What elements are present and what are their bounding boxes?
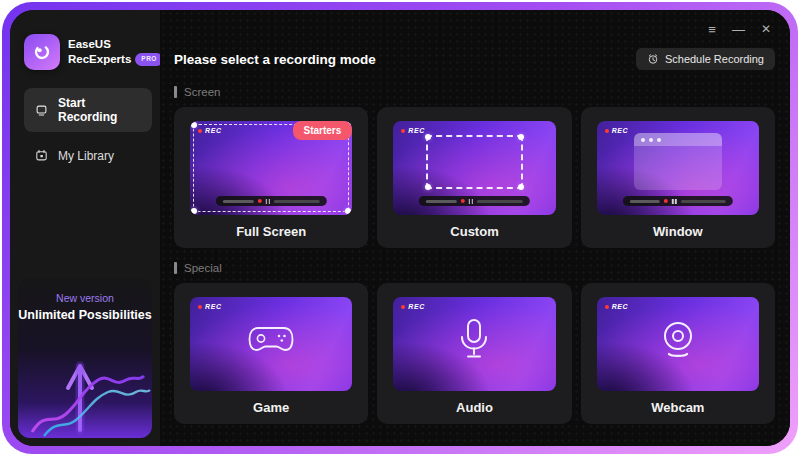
game-thumbnail: REC xyxy=(190,297,352,391)
webcam-icon xyxy=(656,317,700,365)
rec-indicator: REC xyxy=(401,127,425,134)
section-special: Special xyxy=(174,262,775,274)
selection-handle xyxy=(191,122,197,128)
rec-indicator: REC xyxy=(198,127,222,134)
close-icon[interactable]: ✕ xyxy=(761,23,771,35)
starters-badge: Starters xyxy=(293,121,353,140)
rec-dot-icon xyxy=(401,305,405,309)
card-label: Window xyxy=(597,224,759,239)
promo-card[interactable]: New version Unlimited Possibilities xyxy=(18,278,152,438)
custom-thumbnail: REC xyxy=(393,121,555,215)
selection-handle xyxy=(345,208,351,214)
promo-title: Unlimited Possibilities xyxy=(18,308,152,322)
brand: EaseUS RecExperts PRO xyxy=(24,34,152,70)
minimize-icon[interactable]: — xyxy=(732,23,745,36)
rec-dot-icon xyxy=(198,129,202,133)
brand-line2: RecExperts xyxy=(68,52,131,67)
section-bar xyxy=(174,262,177,274)
recording-toolbar-mock xyxy=(216,196,326,206)
sidebar-item-label: My Library xyxy=(58,149,114,163)
webcam-thumbnail: REC xyxy=(597,297,759,391)
mode-card-game[interactable]: REC Game xyxy=(174,283,368,424)
screen-cards: REC Starters xyxy=(174,107,775,248)
menu-icon[interactable]: ≡ xyxy=(708,23,716,36)
rec-indicator: REC xyxy=(605,303,629,310)
window-mock-titlebar xyxy=(634,133,722,146)
rec-indicator: REC xyxy=(605,127,629,134)
mode-card-webcam[interactable]: REC Webcam xyxy=(581,283,775,424)
sidebar: EaseUS RecExperts PRO Start Recording xyxy=(10,10,160,446)
growth-arrow-graphic xyxy=(18,330,152,438)
pro-badge: PRO xyxy=(135,53,163,65)
mode-card-full-screen[interactable]: REC Starters xyxy=(174,107,368,248)
rec-label: REC xyxy=(408,303,425,310)
section-bar xyxy=(174,86,177,98)
recording-toolbar-mock xyxy=(623,196,733,206)
card-label: Custom xyxy=(393,224,555,239)
page-title: Please select a recording mode xyxy=(174,52,376,67)
full-screen-thumbnail: REC Starters xyxy=(190,121,352,215)
section-special-label: Special xyxy=(184,262,222,274)
app-logo-icon xyxy=(24,34,60,70)
rec-dot-icon xyxy=(401,129,405,133)
titlebar: ≡ — ✕ xyxy=(168,18,775,40)
app-root: EaseUS RecExperts PRO Start Recording xyxy=(0,0,800,456)
window-thumbnail: REC xyxy=(597,121,759,215)
rec-label: REC xyxy=(205,127,222,134)
rec-dot-icon xyxy=(198,305,202,309)
card-label: Game xyxy=(190,400,352,415)
microphone-icon xyxy=(457,317,491,365)
library-icon xyxy=(34,148,49,163)
main-content: ≡ — ✕ Please select a recording mode Sch… xyxy=(160,10,790,446)
audio-thumbnail: REC xyxy=(393,297,555,391)
selection-handle xyxy=(518,184,524,190)
rec-label: REC xyxy=(612,303,629,310)
promo-eyebrow: New version xyxy=(18,292,152,304)
custom-region-dashed xyxy=(426,135,523,189)
sidebar-item-start-recording[interactable]: Start Recording xyxy=(24,88,152,132)
app-window: EaseUS RecExperts PRO Start Recording xyxy=(10,10,790,446)
rec-label: REC xyxy=(612,127,629,134)
brand-line1: EaseUS xyxy=(68,37,163,52)
mode-card-audio[interactable]: REC Audio xyxy=(377,283,571,424)
special-cards: REC Game xyxy=(174,283,775,424)
alarm-clock-icon xyxy=(647,53,659,65)
rec-indicator: REC xyxy=(401,303,425,310)
section-screen-label: Screen xyxy=(184,86,220,98)
rec-indicator: REC xyxy=(198,303,222,310)
section-screen: Screen xyxy=(174,86,775,98)
rec-dot-icon xyxy=(605,305,609,309)
card-label: Audio xyxy=(393,400,555,415)
selection-handle xyxy=(425,184,431,190)
card-label: Full Screen xyxy=(190,224,352,239)
selection-handle xyxy=(191,208,197,214)
rec-label: REC xyxy=(408,127,425,134)
recording-toolbar-mock xyxy=(419,196,529,206)
selection-handle xyxy=(518,134,524,140)
header-row: Please select a recording mode Schedule … xyxy=(174,46,775,72)
schedule-recording-button[interactable]: Schedule Recording xyxy=(636,48,775,70)
sidebar-item-my-library[interactable]: My Library xyxy=(24,140,152,171)
rec-dot-icon xyxy=(605,129,609,133)
selection-handle xyxy=(425,134,431,140)
sidebar-item-label: Start Recording xyxy=(58,96,142,124)
mode-card-window[interactable]: REC Window xyxy=(581,107,775,248)
mode-card-custom[interactable]: REC Custom xyxy=(377,107,571,248)
brand-name: EaseUS RecExperts PRO xyxy=(68,37,163,67)
schedule-recording-label: Schedule Recording xyxy=(665,53,764,65)
gamepad-icon xyxy=(248,322,294,360)
window-mock-shape xyxy=(634,133,722,189)
rec-label: REC xyxy=(205,303,222,310)
record-screen-icon xyxy=(34,103,49,118)
card-label: Webcam xyxy=(597,400,759,415)
